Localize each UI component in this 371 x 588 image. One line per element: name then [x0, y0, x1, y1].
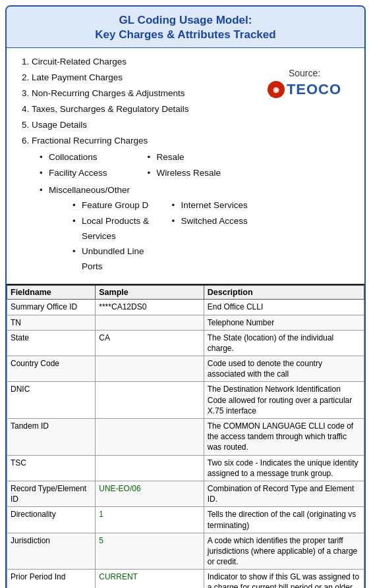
cell-fieldname: TN [7, 315, 96, 330]
table-header-row: Fieldname Sample Description [7, 286, 364, 300]
table-row: Prior Period IndCURRENTIndicator to show… [7, 570, 364, 588]
list-item-6: Fractional Recurring Charges Collocation… [32, 134, 255, 275]
cell-fieldname: Tandem ID [7, 419, 96, 456]
sub-sub-col2: Internet Services Switched Access [156, 198, 256, 276]
col-header-sample: Sample [96, 286, 204, 300]
table-row: Summary Office ID****CA12DS0End Office C… [7, 300, 364, 315]
cell-sample: CA [96, 330, 204, 356]
sub-sub-col1: Feature Group D Local Products & Service… [57, 198, 156, 276]
table-row: StateCAThe State (location) of the indiv… [7, 330, 364, 356]
table-row: TNTelephone Number [7, 315, 364, 330]
title-line2: Key Charges & Attributes Tracked [95, 28, 275, 41]
cell-description: The COMMON LANGUAGE CLLI code of the acc… [204, 419, 364, 456]
table-row: TSCTwo six code - Indicates the unique i… [7, 455, 364, 481]
cell-fieldname: State [7, 330, 96, 356]
table-row: Record Type/Element IDUNE-EO/06Combinati… [7, 481, 364, 506]
cell-fieldname: Summary Office ID [7, 300, 96, 315]
cell-fieldname: DNIC [7, 382, 96, 419]
main-container: GL Coding Usage Model: Key Charges & Att… [5, 5, 366, 588]
cell-description: Tells the direction of the call (origina… [204, 507, 364, 533]
content-section: Circuit-Related Charges Late Payment Cha… [7, 48, 364, 280]
cell-sample [96, 455, 204, 481]
table-row: Jurisdiction5A code which identifies the… [7, 533, 364, 570]
sub-bullet-collocations: Collocations [40, 150, 148, 165]
cell-fieldname: TSC [7, 455, 96, 481]
cell-sample: UNE-EO/06 [96, 481, 204, 506]
list-item-3: Non-Recurring Charges & Adjustments [32, 86, 255, 101]
cell-description: A code which identifies the proper tarif… [204, 533, 364, 570]
sub-bullets-col1: Collocations Facility Access [40, 150, 148, 182]
cell-fieldname: Country Code [7, 356, 96, 382]
list-item-4: Taxes, Surcharges & Regulatory Details [32, 102, 255, 117]
cell-description: The State (location) of the individual c… [204, 330, 364, 356]
table-row: DNICThe Destination Network Identificati… [7, 382, 364, 419]
sub-sub-feature-group: Feature Group D [72, 198, 156, 213]
teoco-circle-icon: ◉ [268, 81, 285, 98]
sub-bullet-facility-access: Facility Access [40, 166, 148, 181]
header-section: GL Coding Usage Model: Key Charges & Att… [7, 7, 364, 48]
cell-description: Indicator to show if this GL was assigne… [204, 570, 364, 588]
list-item-1: Circuit-Related Charges [32, 55, 255, 70]
sub-sub-unbundled: Unbundled Line Ports [72, 244, 156, 275]
cell-description: Code used to denote the country associat… [204, 356, 364, 382]
data-table: Fieldname Sample Description Summary Off… [7, 285, 364, 588]
page-title: GL Coding Usage Model: Key Charges & Att… [17, 13, 354, 42]
sub-bullet-container: Collocations Facility Access Resale Wire… [32, 149, 255, 182]
list-column: Circuit-Related Charges Late Payment Cha… [17, 55, 255, 276]
cell-fieldname: Record Type/Element ID [7, 481, 96, 506]
cell-sample [96, 315, 204, 330]
cell-sample [96, 382, 204, 419]
cell-description: End Office CLLI [204, 300, 364, 315]
cell-sample [96, 356, 204, 382]
cell-sample: 1 [96, 507, 204, 533]
source-label: Source: [289, 68, 320, 78]
cell-description: The Destination Network Identification C… [204, 382, 364, 419]
sub-bullet-resale: Resale [148, 150, 256, 165]
sub-bullets-col2: Resale Wireless Resale [148, 150, 256, 182]
sub-sub-local-products: Local Products & Services [72, 214, 156, 244]
cell-description: Combination of Record Type and Element I… [204, 481, 364, 506]
col-header-description: Description [204, 286, 364, 300]
sub-sub-internet: Internet Services [172, 198, 256, 213]
table-row: Tandem IDThe COMMON LANGUAGE CLLI code o… [7, 419, 364, 456]
cell-sample: 5 [96, 533, 204, 570]
source-column: Source: ◉ TEOCO [255, 55, 354, 276]
table-section: Fieldname Sample Description Summary Off… [7, 284, 364, 588]
cell-fieldname: Directionality [7, 507, 96, 533]
table-row: Directionality1Tells the direction of th… [7, 507, 364, 533]
list-item-5: Usage Details [32, 118, 255, 133]
sub-sub-container: Feature Group D Local Products & Service… [49, 198, 255, 276]
table-row: Country CodeCode used to denote the coun… [7, 356, 364, 382]
cell-sample: ****CA12DS0 [96, 300, 204, 315]
title-line1: GL Coding Usage Model: [119, 14, 252, 26]
cell-sample: CURRENT [96, 570, 204, 588]
cell-fieldname: Prior Period Ind [7, 570, 96, 588]
main-numbered-list: Circuit-Related Charges Late Payment Cha… [17, 55, 255, 275]
list-item-2: Late Payment Charges [32, 70, 255, 86]
sub-bullet-misc: Miscellaneous/Other Feature Group D Loca… [32, 183, 255, 276]
sub-bullet-misc-other: Miscellaneous/Other Feature Group D Loca… [40, 183, 255, 276]
sub-sub-switched: Switched Access [172, 214, 256, 229]
teoco-text: TEOCO [287, 81, 341, 98]
cell-description: Telephone Number [204, 315, 364, 330]
cell-fieldname: Jurisdiction [7, 533, 96, 570]
col-header-fieldname: Fieldname [7, 286, 96, 300]
cell-description: Two six code - Indicates the unique iden… [204, 455, 364, 481]
teoco-logo: ◉ TEOCO [268, 81, 341, 98]
cell-sample [96, 419, 204, 456]
sub-bullet-wireless-resale: Wireless Resale [148, 166, 256, 181]
